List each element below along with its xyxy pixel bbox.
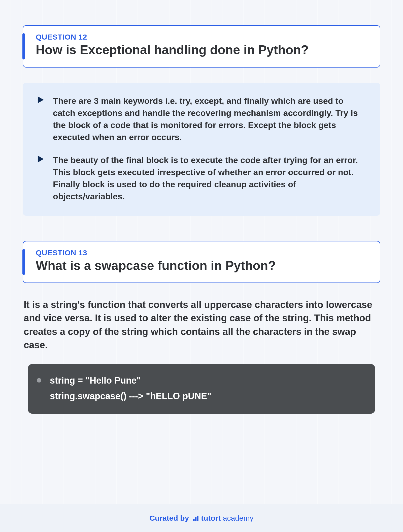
- bullet-text: The beauty of the final block is to exec…: [53, 154, 366, 203]
- bullet-row: The beauty of the final block is to exec…: [37, 154, 366, 203]
- play-icon: [37, 155, 44, 203]
- brand-logo-icon: [192, 515, 199, 521]
- bullet-text: There are 3 main keywords i.e. try, exce…: [53, 95, 366, 143]
- brand: tutort academy: [192, 514, 253, 522]
- svg-rect-0: [193, 519, 195, 521]
- brand-name-bold: tutort: [201, 514, 221, 522]
- svg-rect-1: [195, 517, 197, 521]
- card-accent: [22, 249, 25, 275]
- question-12-title: How is Exceptional handling done in Pyth…: [36, 43, 367, 57]
- question-13-label: QUESTION 13: [36, 248, 367, 257]
- code-line-1: string = "Hello Pune": [50, 374, 211, 387]
- svg-rect-2: [197, 516, 198, 521]
- card-accent: [22, 33, 25, 59]
- footer: Curated by tutort academy: [0, 504, 403, 532]
- question-12-label: QUESTION 12: [36, 33, 367, 41]
- question-13-answer: It is a string's function that converts …: [23, 298, 380, 352]
- curated-by-label: Curated by: [149, 514, 189, 522]
- code-block: string = "Hello Pune" string.swapcase() …: [28, 364, 375, 414]
- brand-name-light: academy: [221, 514, 253, 522]
- question-12-answer-box: There are 3 main keywords i.e. try, exce…: [23, 83, 380, 216]
- question-13-card: QUESTION 13 What is a swapcase function …: [23, 241, 380, 283]
- code-line-2: string.swapcase() ---> "hELLO pUNE": [50, 390, 211, 403]
- play-icon: [37, 96, 44, 143]
- bullet-row: There are 3 main keywords i.e. try, exce…: [37, 95, 366, 143]
- code-lines: string = "Hello Pune" string.swapcase() …: [50, 374, 211, 403]
- question-13-title: What is a swapcase function in Python?: [36, 259, 367, 273]
- code-bullet-icon: [37, 378, 41, 383]
- brand-name: tutort academy: [201, 514, 253, 522]
- question-12-card: QUESTION 12 How is Exceptional handling …: [23, 25, 380, 68]
